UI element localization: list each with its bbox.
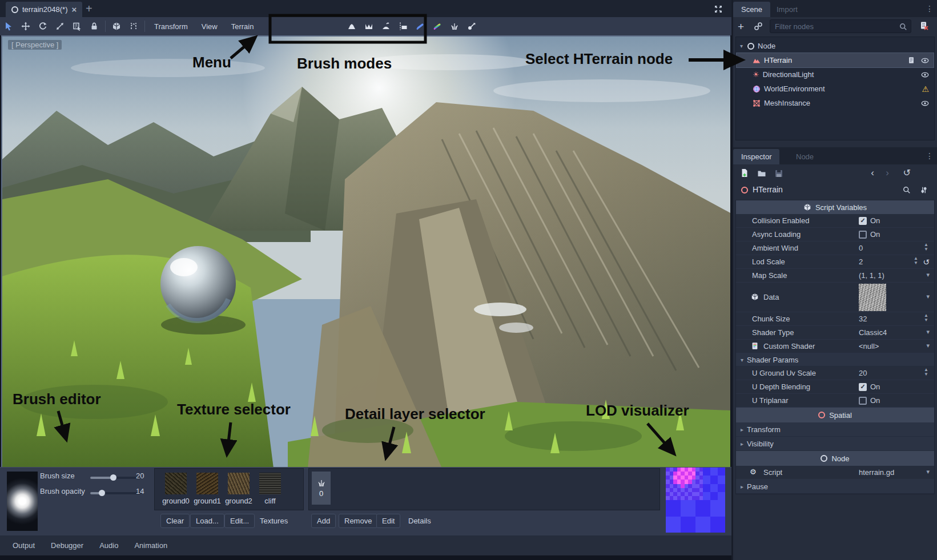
property-chunk-size[interactable]: Chunk Size 32 ▲▼: [736, 312, 934, 326]
property-custom-shader[interactable]: Custom Shader <null> ▾: [736, 340, 934, 353]
expand-viewport-icon[interactable]: [714, 5, 723, 14]
history-forward-icon[interactable]: ›: [886, 167, 889, 179]
snap-tool-button[interactable]: [125, 19, 142, 33]
brush-shape-preview[interactable]: [7, 472, 38, 531]
brush-opacity-slider[interactable]: [90, 492, 140, 494]
checkbox-unchecked-icon[interactable]: [859, 397, 867, 405]
instance-scene-button[interactable]: [754, 22, 763, 31]
visibility-eye-icon[interactable]: [921, 99, 929, 107]
revert-icon[interactable]: ↺: [923, 257, 930, 267]
brush-mode-color-button[interactable]: [429, 19, 446, 33]
spinbox-arrows-icon[interactable]: ▲▼: [924, 313, 928, 323]
script-variables-header[interactable]: Script Variables: [736, 200, 934, 214]
checkbox-checked-icon[interactable]: ✓: [859, 217, 867, 225]
heightmap-thumbnail[interactable]: [859, 284, 886, 311]
remove-detail-button[interactable]: Remove: [339, 514, 377, 528]
texture-thumb-ground1[interactable]: [196, 473, 218, 494]
property-async-loading[interactable]: Async Loading On: [736, 228, 934, 241]
property-lod-scale[interactable]: Lod Scale 2 ▲▼ ↺: [736, 255, 934, 269]
dropdown-icon[interactable]: ▾: [926, 342, 930, 349]
history-icon[interactable]: ↺: [903, 167, 911, 178]
add-detail-button[interactable]: Add: [311, 514, 336, 528]
property-map-scale[interactable]: Map Scale (1, 1, 1) ▾: [736, 269, 934, 283]
brush-mode-erosion-button[interactable]: [463, 19, 480, 33]
brush-mode-flatten-button[interactable]: [395, 19, 412, 33]
tab-terrain2048[interactable]: terrain2048(*) ×: [6, 2, 82, 17]
edit-detail-button[interactable]: Edit: [376, 514, 400, 528]
add-scene-tab-button[interactable]: +: [86, 2, 93, 15]
dock-menu-icon[interactable]: ⋮: [926, 151, 934, 160]
clear-script-button[interactable]: [919, 21, 928, 30]
property-u-triplanar[interactable]: U Triplanar On: [736, 394, 934, 408]
section-shader-params[interactable]: ▾ Shader Params: [736, 353, 934, 366]
dropdown-icon[interactable]: ▾: [926, 468, 930, 476]
detail-layer-0[interactable]: 0: [312, 472, 331, 505]
load-resource-folder-icon[interactable]: [757, 169, 766, 178]
add-node-button[interactable]: +: [738, 21, 748, 32]
select-tool-button[interactable]: [0, 19, 17, 33]
load-texture-button[interactable]: Load...: [190, 514, 224, 528]
save-resource-icon[interactable]: [774, 169, 783, 178]
tree-row-hterrain[interactable]: HTerrain: [737, 53, 934, 67]
texture-thumb-ground2[interactable]: [228, 473, 250, 494]
property-u-depth-blending[interactable]: U Depth Blending ✓On: [736, 380, 934, 394]
audio-button[interactable]: Audio: [99, 541, 118, 550]
property-data[interactable]: Data ▾: [736, 283, 934, 312]
search-property-icon[interactable]: [903, 186, 911, 194]
output-button[interactable]: Output: [13, 541, 35, 550]
tab-import[interactable]: Import: [769, 2, 806, 17]
mesh-tool-button[interactable]: [108, 19, 125, 33]
tab-node[interactable]: Node: [788, 149, 822, 164]
script-icon[interactable]: [907, 57, 915, 65]
move-tool-button[interactable]: [17, 19, 34, 33]
spinbox-arrows-icon[interactable]: ▲▼: [924, 243, 928, 252]
property-script[interactable]: ⚙ Script hterrain.gd ▾: [736, 466, 934, 480]
filter-nodes-input[interactable]: Filter nodes: [770, 19, 911, 33]
visibility-eye-icon[interactable]: [921, 57, 929, 65]
animation-button[interactable]: Animation: [134, 541, 167, 550]
history-back-icon[interactable]: ‹: [871, 167, 874, 179]
property-collision-enabled[interactable]: Collision Enabled ✓On: [736, 214, 934, 228]
tab-scene[interactable]: Scene: [733, 2, 770, 17]
tree-row-directionallight[interactable]: ☀ DirectionalLight: [737, 67, 934, 82]
brush-mode-raise-button[interactable]: [343, 19, 360, 33]
brush-mode-lower-button[interactable]: [360, 19, 377, 33]
property-u-ground-uv-scale[interactable]: U Ground Uv Scale 20 ▲▼: [736, 366, 934, 380]
brush-mode-splat-button[interactable]: [412, 19, 429, 33]
visibility-eye-icon[interactable]: [921, 71, 929, 79]
perspective-label[interactable]: [ Perspective ]: [8, 40, 62, 50]
checkbox-checked-icon[interactable]: ✓: [859, 383, 867, 391]
spinbox-arrows-icon[interactable]: ▲▼: [914, 256, 918, 265]
property-shader-type[interactable]: Shader Type Classic4 ▾: [736, 326, 934, 340]
tree-row-worldenvironment[interactable]: WorldEnvironment ⚠: [737, 82, 934, 96]
slider-handle[interactable]: [110, 474, 116, 481]
edit-texture-button[interactable]: Edit...: [224, 514, 255, 528]
property-ambient-wind[interactable]: Ambient Wind 0 ▲▼: [736, 241, 934, 255]
brush-mode-smooth-button[interactable]: [377, 19, 395, 33]
textures-button[interactable]: Textures: [254, 514, 293, 528]
tree-row-meshinstance[interactable]: MeshInstance: [737, 96, 934, 110]
section-pause[interactable]: ▸ Pause: [736, 480, 934, 494]
texture-thumb-cliff[interactable]: [259, 473, 281, 494]
section-transform[interactable]: ▸ Transform: [736, 422, 934, 437]
object-tools-icon[interactable]: [920, 186, 928, 194]
menu-transform[interactable]: Transform: [147, 22, 195, 31]
tab-inspector[interactable]: Inspector: [733, 149, 779, 164]
new-resource-icon[interactable]: [740, 168, 749, 178]
debugger-button[interactable]: Debugger: [51, 541, 83, 550]
dropdown-icon[interactable]: ▾: [926, 328, 930, 336]
menu-terrain[interactable]: Terrain: [224, 22, 261, 31]
rotate-tool-button[interactable]: [34, 19, 51, 33]
expand-icon[interactable]: ▾: [926, 271, 930, 279]
details-button[interactable]: Details: [403, 514, 437, 528]
section-visibility[interactable]: ▸ Visibility: [736, 437, 934, 451]
expand-icon[interactable]: ▾: [926, 293, 930, 300]
brush-mode-detail-button[interactable]: [446, 19, 463, 33]
checkbox-unchecked-icon[interactable]: [859, 231, 867, 239]
tree-row-node[interactable]: ▾ Node: [737, 39, 934, 53]
lock-tool-button[interactable]: [86, 19, 103, 33]
texture-thumb-ground0[interactable]: [165, 473, 187, 494]
warning-icon[interactable]: ⚠: [922, 84, 929, 94]
close-icon[interactable]: ×: [72, 5, 77, 14]
slider-handle[interactable]: [99, 490, 105, 496]
